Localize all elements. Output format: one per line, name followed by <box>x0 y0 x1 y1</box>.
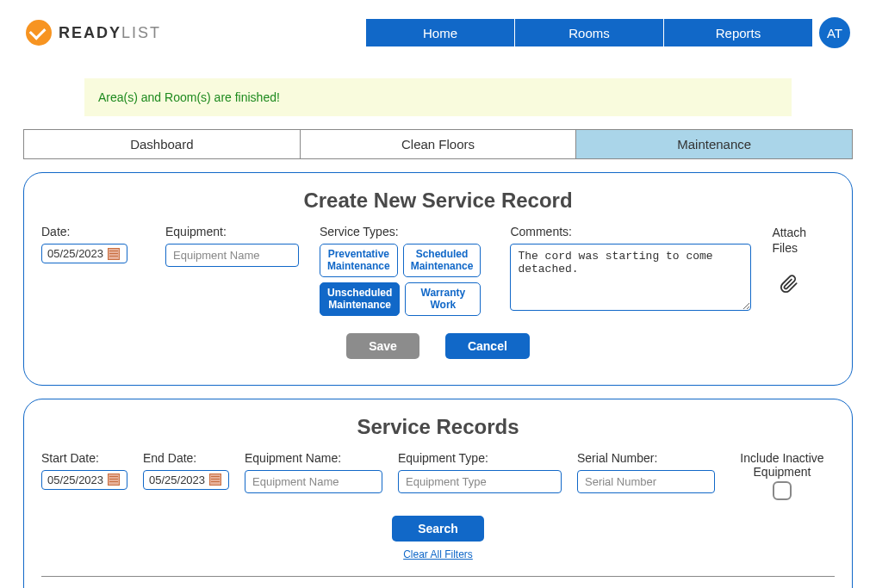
cancel-button[interactable]: Cancel <box>445 333 530 359</box>
service-types-label: Service Types: <box>320 225 481 238</box>
date-label: Date: <box>41 225 127 238</box>
calendar-icon[interactable] <box>209 473 221 486</box>
service-type-warranty[interactable]: WarrantyWork <box>405 282 481 316</box>
top-nav: Home Rooms Reports <box>366 19 812 46</box>
end-date-input[interactable] <box>149 473 208 486</box>
include-inactive-checkbox[interactable] <box>773 481 792 500</box>
start-date-field[interactable] <box>41 470 127 490</box>
include-inactive-label: Include Inactive Equipment <box>730 451 834 480</box>
attach-files-label: AttachFiles <box>772 225 806 256</box>
date-input[interactable] <box>47 247 106 260</box>
date-field[interactable] <box>41 244 127 263</box>
nav-rooms[interactable]: Rooms <box>515 19 663 46</box>
start-date-input[interactable] <box>47 473 106 486</box>
records-title: Service Records <box>41 415 835 439</box>
create-title: Create New Service Record <box>41 189 835 213</box>
equipment-input[interactable] <box>165 244 299 267</box>
avatar[interactable]: AT <box>819 17 850 48</box>
service-type-unscheduled[interactable]: UnscheduledMaintenance <box>320 282 400 316</box>
equip-name-label: Equipment Name: <box>245 451 382 465</box>
logo-brand-bold: READY <box>59 24 121 41</box>
service-type-preventative[interactable]: PreventativeMaintenance <box>320 244 398 277</box>
clear-filters-link[interactable]: Clear All Filters <box>41 548 835 560</box>
tab-clean-floors[interactable]: Clean Floors <box>301 129 577 159</box>
logo-text: READYLIST <box>59 24 161 42</box>
logo-check-icon <box>26 20 52 46</box>
equip-type-input[interactable] <box>398 470 562 493</box>
divider <box>41 576 835 577</box>
nav-reports[interactable]: Reports <box>664 19 812 46</box>
service-records-panel: Service Records Start Date: End Date: Eq… <box>23 399 853 588</box>
equipment-label: Equipment: <box>165 225 299 238</box>
save-button[interactable]: Save <box>346 333 419 359</box>
service-type-scheduled[interactable]: ScheduledMaintenance <box>403 244 481 277</box>
comments-label: Comments: <box>510 225 751 238</box>
end-date-field[interactable] <box>143 470 229 490</box>
calendar-icon[interactable] <box>108 473 120 486</box>
logo: READYLIST <box>26 20 161 46</box>
search-button[interactable]: Search <box>392 516 484 542</box>
equip-type-label: Equipment Type: <box>398 451 562 465</box>
nav-home[interactable]: Home <box>366 19 514 46</box>
top-header: READYLIST Home Rooms Reports AT <box>0 0 876 57</box>
equip-name-input[interactable] <box>245 470 382 493</box>
end-date-label: End Date: <box>143 451 229 465</box>
serial-input[interactable] <box>577 470 715 493</box>
finished-notice: Area(s) and Room(s) are finished! <box>84 78 792 116</box>
section-tabs: Dashboard Clean Floors Maintenance <box>23 129 853 159</box>
calendar-icon[interactable] <box>108 248 120 260</box>
create-service-record-panel: Create New Service Record Date: Equipmen… <box>23 172 853 386</box>
serial-label: Serial Number: <box>577 451 715 465</box>
tab-maintenance[interactable]: Maintenance <box>576 129 853 159</box>
comments-input[interactable]: The cord was starting to come detached. <box>510 244 751 311</box>
logo-brand-light: LIST <box>121 24 161 41</box>
tab-dashboard[interactable]: Dashboard <box>23 129 301 159</box>
paperclip-icon[interactable] <box>780 275 798 299</box>
start-date-label: Start Date: <box>41 451 127 465</box>
